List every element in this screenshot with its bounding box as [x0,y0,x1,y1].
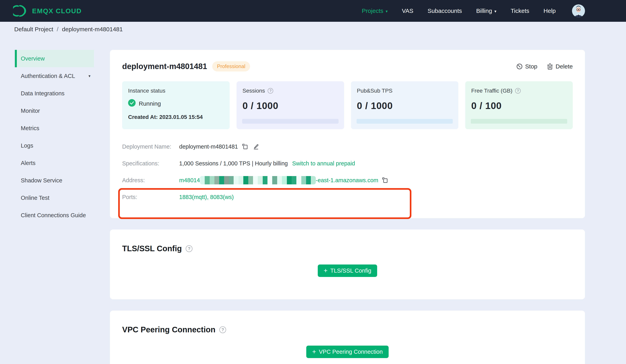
sidebar-item-client-connections-guide[interactable]: Client Connections Guide [15,207,94,224]
deployment-details: Deployment Name: deployment-m4801481 [122,142,573,202]
delete-button[interactable]: Delete [547,63,573,70]
ports-row: Ports: 1883(mqtt), 8083(ws) [122,192,573,202]
plan-badge: Professional [212,61,250,72]
address-redacted-mosaic [200,176,316,184]
sidebar: Overview Authentication & ACL ▾ Data Int… [15,50,94,224]
ports-value: 1883(mqtt), 8083(ws) [179,194,234,200]
specifications-label: Specifications: [122,160,179,167]
plus-icon: + [312,348,316,355]
edit-icon[interactable] [252,143,259,150]
breadcrumb: Default Project / deployment-m4801481 [0,22,626,37]
traffic-value: 0 / 100 [471,100,567,111]
breadcrumb-project[interactable]: Default Project [14,26,53,33]
switch-annual-prepaid-link[interactable]: Switch to annual prepaid [292,160,355,167]
caret-down-icon: ▾ [386,9,388,13]
sessions-value: 0 / 1000 [242,100,338,111]
nav-item-vas[interactable]: VAS [402,7,413,14]
sidebar-item-logs[interactable]: Logs [15,137,94,154]
copy-icon[interactable] [241,143,248,150]
sidebar-item-monitor[interactable]: Monitor [15,102,94,119]
add-tls-config-button[interactable]: + TLS/SSL Config [318,264,377,277]
plus-icon: + [324,267,328,274]
traffic-progress-track [471,119,567,124]
deployment-name-row: Deployment Name: deployment-m4801481 [122,142,573,151]
status-text: Running [139,100,161,107]
main-content: deployment-m4801481 Professional Stop [110,50,585,364]
ban-icon [516,63,523,70]
deployment-name-label: Deployment Name: [122,144,179,150]
nav-item-help[interactable]: Help [544,7,556,14]
emqx-logo-icon [13,4,28,17]
top-navbar: EMQX CLOUD Projects ▾ VAS Subaccounts Bi… [0,0,626,22]
address-row: Address: m48014 -east-1.amazonaws.com [122,176,573,185]
stop-button[interactable]: Stop [516,63,538,70]
stat-card-free-traffic: Free Traffic (GB) ? 0 / 100 [465,81,573,129]
stat-card-instance-status: Instance status Running Created At: 2023… [122,81,230,129]
trash-icon [547,63,553,70]
sidebar-item-overview[interactable]: Overview [15,50,94,67]
help-icon[interactable]: ? [515,88,521,94]
tls-section-title: TLS/SSL Config [122,244,182,253]
vpc-peering-card: VPC Peering Connection ? + VPC Peering C… [110,311,585,364]
check-circle-icon [128,99,136,108]
sidebar-item-alerts[interactable]: Alerts [15,154,94,172]
specifications-row: Specifications: 1,000 Sessions / 1,000 T… [122,159,573,168]
sessions-progress-track [242,119,339,124]
stats-row: Instance status Running Created At: 2023… [122,81,573,129]
deployment-card: deployment-m4801481 Professional Stop [110,50,585,218]
specifications-value: 1,000 Sessions / 1,000 TPS | Hourly bill… [179,160,288,167]
add-vpc-peering-button[interactable]: + VPC Peering Connection [306,346,389,358]
page-title: deployment-m4801481 [122,62,207,71]
breadcrumb-separator: / [57,26,58,33]
nav-item-billing[interactable]: Billing ▾ [476,7,496,14]
sidebar-item-shadow-service[interactable]: Shadow Service [15,172,94,189]
ports-label: Ports: [122,194,179,200]
caret-down-icon: ▾ [494,9,496,13]
deployment-name-value: deployment-m4801481 [179,144,238,150]
created-at-text: Created At: 2023.01.05 15:54 [128,114,224,120]
vpc-section-title: VPC Peering Connection [122,325,215,334]
help-icon[interactable]: ? [219,327,226,333]
user-avatar[interactable] [572,4,585,17]
caret-down-icon: ▾ [88,67,90,85]
nav-menu: Projects ▾ VAS Subaccounts Billing ▾ Tic… [362,4,585,17]
address-prefix: m48014 [179,177,200,183]
brand-text: EMQX CLOUD [32,7,81,15]
brand[interactable]: EMQX CLOUD [13,4,81,17]
breadcrumb-current: deployment-m4801481 [62,26,123,33]
tls-ssl-card: TLS/SSL Config ? + TLS/SSL Config [110,229,585,299]
sidebar-item-metrics[interactable]: Metrics [15,119,94,137]
address-label: Address: [122,177,179,183]
stat-card-pubsub-tps: Pub&Sub TPS 0 / 1000 [351,81,459,129]
sidebar-item-data-integrations[interactable]: Data Integrations [15,85,94,102]
tps-value: 0 / 1000 [357,100,453,111]
help-icon[interactable]: ? [268,88,273,94]
nav-item-tickets[interactable]: Tickets [510,7,529,14]
nav-item-subaccounts[interactable]: Subaccounts [428,7,462,14]
sidebar-item-authentication-acl[interactable]: Authentication & ACL ▾ [15,67,94,85]
sidebar-item-online-test[interactable]: Online Test [15,189,94,207]
stat-card-sessions: Sessions ? 0 / 1000 [236,81,344,129]
copy-icon[interactable] [382,177,388,183]
nav-item-projects[interactable]: Projects ▾ [362,7,388,14]
address-suffix: -east-1.amazonaws.com [316,177,378,183]
help-icon[interactable]: ? [186,245,193,252]
tps-progress-track [356,119,453,124]
